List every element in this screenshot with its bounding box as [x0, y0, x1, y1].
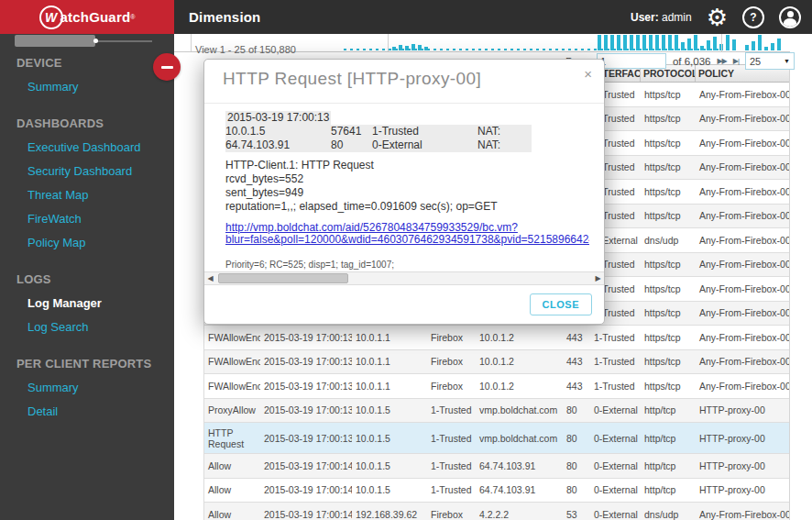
- cell: https/tcp: [641, 210, 696, 221]
- modal-body: 2015-03-19 17:00:13 10.0.1.5576411-Trust…: [204, 104, 604, 271]
- cell: 2015-03-19 17:00:13: [260, 404, 352, 415]
- timeline-bar: [655, 35, 659, 50]
- cell: 0-External: [590, 509, 641, 520]
- destination-nat-label: NAT:: [477, 138, 500, 152]
- panel-divider: [721, 34, 722, 51]
- source-ip: 10.0.1.5: [225, 125, 331, 138]
- collapse-sidebar-button[interactable]: [153, 53, 181, 81]
- settings-gear-icon[interactable]: ⚙: [707, 6, 728, 29]
- cell: Any-From-Firebox-00: [696, 259, 789, 270]
- cell: FWAllowEnc: [204, 356, 260, 367]
- user-avatar-icon[interactable]: [779, 6, 801, 28]
- minus-icon: [161, 66, 173, 69]
- cell: 10.0.1.1: [352, 356, 427, 367]
- cell: 443: [563, 332, 590, 343]
- log-detail-line: reputation=1,,; elapsed_time=0.091609 se…: [225, 200, 589, 214]
- table-row[interactable]: FWAllowEnc2015-03-19 17:00:1310.0.1.1Fir…: [204, 350, 789, 375]
- cell: 10.0.1.2: [476, 381, 563, 392]
- cell: 2015-03-19 17:00:13: [260, 433, 352, 444]
- page-count-label: of 6,036: [673, 56, 711, 67]
- cell: Any-From-Firebox-00: [696, 509, 789, 520]
- sidebar-item-detail[interactable]: Detail: [27, 404, 174, 419]
- cell: 80: [563, 460, 590, 471]
- cell: 1-Trusted: [590, 356, 641, 367]
- scroll-left-icon[interactable]: ◀: [204, 272, 216, 284]
- timeline-bar: [636, 35, 640, 50]
- sidebar-slider[interactable]: [15, 35, 152, 47]
- timeline-bar: [405, 46, 409, 50]
- cell: Any-From-Firebox-00: [696, 307, 789, 318]
- sidebar-item-policy-map[interactable]: Policy Map: [27, 236, 174, 250]
- timeline-bar: [598, 35, 601, 50]
- table-row[interactable]: FWAllowEnc2015-03-19 17:00:1310.0.1.1Fir…: [204, 374, 789, 399]
- top-bar: W atchGuard ® Dimension User: admin ⚙ ?: [0, 0, 812, 34]
- scrollbar-thumb[interactable]: [218, 273, 348, 283]
- table-row[interactable]: Allow2015-03-19 17:00:1410.0.1.51-Truste…: [204, 454, 789, 479]
- cell: https/tcp: [641, 307, 696, 318]
- cell: 2015-03-19 17:00:13: [260, 381, 352, 392]
- close-icon[interactable]: ×: [584, 67, 592, 81]
- scroll-right-icon[interactable]: ▶: [592, 272, 604, 284]
- timeline-bar: [777, 39, 781, 50]
- request-url-line1: http://vmp.boldchat.com/aid/526780483475…: [225, 222, 589, 234]
- horizontal-scrollbar[interactable]: ◀ ▶: [204, 271, 604, 284]
- slider-handle[interactable]: [93, 39, 98, 43]
- user-name: admin: [662, 11, 692, 24]
- sidebar-item-summary[interactable]: Summary: [27, 80, 174, 94]
- cell: https/tcp: [641, 161, 696, 172]
- sidebar-item-log-search[interactable]: Log Search: [27, 320, 174, 335]
- timeline-bar: [662, 35, 665, 50]
- sidebar-item-log-manager[interactable]: Log Manager: [27, 296, 174, 311]
- watchguard-logo[interactable]: W atchGuard ®: [0, 0, 174, 34]
- sidebar-item-summary[interactable]: Summary: [27, 381, 174, 395]
- cell: Firebox: [427, 332, 476, 343]
- help-icon[interactable]: ?: [742, 6, 764, 28]
- cell: FWAllowEnc: [204, 332, 260, 343]
- page-size-dropdown[interactable]: 25 ▼: [745, 52, 795, 70]
- table-row[interactable]: Allow2015-03-19 17:00:1410.0.1.51-Truste…: [204, 479, 789, 503]
- cell: http/tcp: [641, 484, 696, 495]
- cell: 2015-03-19 17:00:14: [260, 460, 352, 471]
- sidebar: DEVICESummaryDASHBOARDSExecutive Dashboa…: [0, 34, 174, 520]
- cell: HTTP-proxy-00: [696, 484, 789, 495]
- panel-divider: [388, 34, 389, 51]
- app-window: W atchGuard ® Dimension User: admin ⚙ ? …: [0, 0, 812, 520]
- cell: 10.0.1.1: [352, 381, 427, 392]
- timeline-bar: [694, 35, 697, 50]
- page-size-value: 25: [750, 56, 761, 67]
- request-url-link[interactable]: http://vmp.boldchat.com/aid/526780483475…: [225, 222, 589, 246]
- table-row[interactable]: HTTP Request2015-03-19 17:00:1310.0.1.51…: [204, 423, 789, 454]
- destination-interface: 0-External: [372, 138, 477, 152]
- cell: https/tcp: [641, 332, 696, 343]
- sidebar-item-executive-dashboard[interactable]: Executive Dashboard: [27, 140, 174, 155]
- modal-detail-lines: HTTP-Client.1: HTTP Requestrcvd_bytes=55…: [225, 159, 589, 214]
- cell: Firebox: [427, 381, 476, 392]
- last-page-button[interactable]: ▶|: [733, 57, 739, 65]
- close-button[interactable]: CLOSE: [530, 293, 592, 315]
- cell: https/tcp: [641, 283, 696, 294]
- log-detail-line: sent_bytes=949: [225, 186, 589, 200]
- table-row[interactable]: FWAllowEnc2015-03-19 17:00:1310.0.1.1Fir…: [204, 326, 789, 350]
- source-interface: 1-Trusted: [372, 125, 477, 138]
- cell: 10.0.1.5: [352, 460, 427, 471]
- next-page-button[interactable]: ▶▶: [717, 57, 726, 65]
- sidebar-section-title: DEVICE: [16, 56, 174, 71]
- table-row[interactable]: ProxyAllow2015-03-19 17:00:1310.0.1.51-T…: [204, 399, 789, 424]
- table-row[interactable]: Allow2015-03-19 17:00:14192.168.39.62Fir…: [204, 503, 789, 520]
- cell: 80: [563, 484, 590, 495]
- cell: 64.74.103.91: [476, 484, 563, 495]
- page-number-input[interactable]: [597, 53, 666, 69]
- cell: https/tcp: [641, 381, 696, 392]
- timeline-bar: [418, 45, 422, 50]
- cell: http/tcp: [641, 433, 696, 444]
- sidebar-section-title: LOGS: [16, 272, 174, 287]
- sidebar-item-firewatch[interactable]: FireWatch: [27, 212, 174, 227]
- destination-ip: 64.74.103.91: [225, 138, 331, 152]
- timeline-bar: [649, 35, 653, 50]
- cell: Allow: [204, 460, 260, 471]
- cell: 1-Trusted: [590, 381, 641, 392]
- sidebar-item-threat-map[interactable]: Threat Map: [27, 188, 174, 203]
- sidebar-item-security-dashboard[interactable]: Security Dashboard: [27, 164, 174, 179]
- timeline-bar: [675, 35, 678, 50]
- topbar-actions: User: admin ⚙ ?: [631, 0, 801, 34]
